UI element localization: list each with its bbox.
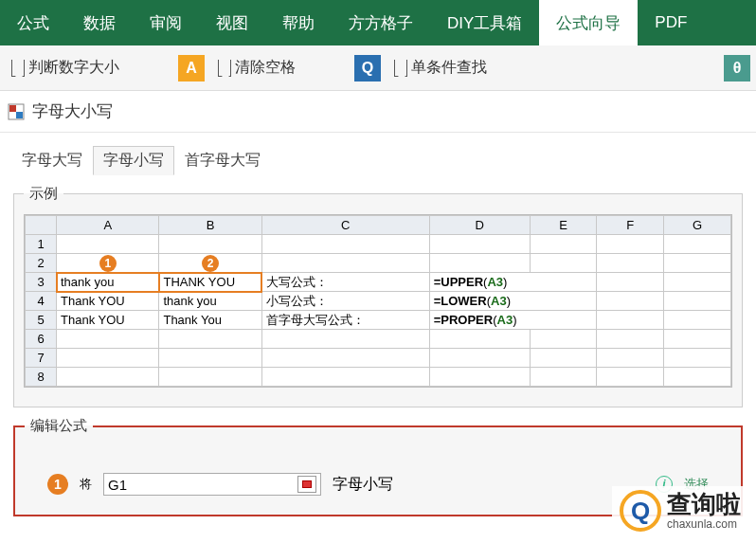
ribbon-tab-pdf[interactable]: PDF [638,0,704,45]
cell-ref-input[interactable] [108,477,294,493]
dialog-header: 字母大小写 [0,91,756,133]
toolbar-a-icon[interactable]: A [178,55,205,81]
cell[interactable]: =LOWER(A3) [429,292,597,311]
watermark-logo-icon: Q [620,490,661,526]
ribbon-tab-view[interactable]: 视图 [199,0,265,45]
col-header[interactable]: B [159,216,261,235]
cell[interactable]: =PROPER(A3) [429,311,597,330]
ribbon-tab-review[interactable]: 审阅 [133,0,199,45]
col-header[interactable]: A [57,216,159,235]
toolbar-single-lookup[interactable]: 单条件查找 [388,58,493,78]
svg-rect-2 [16,112,23,118]
bookmark-icon [218,60,231,77]
badge-1: 1 [99,255,117,272]
row-header[interactable]: 3 [26,273,57,292]
cell[interactable]: thank you [57,273,159,292]
row-header[interactable]: 1 [26,235,57,254]
ribbon-tab-diy[interactable]: DIY工具箱 [430,0,539,45]
watermark-text: 查询啦 [667,491,741,518]
toolbar-clear-spaces[interactable]: 清除空格 [212,58,301,78]
ribbon-tabs: 公式 数据 审阅 视图 帮助 方方格子 DIY工具箱 公式向导 PDF [0,0,756,45]
cell[interactable]: thank you [159,292,261,311]
edit-legend: 编辑公式 [25,417,93,435]
ribbon-tab-formula-wizard[interactable]: 公式向导 [539,0,638,45]
cell[interactable]: 首字母大写公式： [261,311,429,330]
row-header[interactable]: 4 [26,292,57,311]
toolbar: 判断数字大小 A 清除空格 Q 单条件查找 θ [0,45,756,91]
dialog-title: 字母大小写 [32,100,113,122]
toolbar-judge-number[interactable]: 判断数字大小 [6,58,125,78]
bookmark-icon [394,60,407,77]
cell-ref-input-wrap [103,473,321,496]
step-badge-1: 1 [47,474,68,495]
example-legend: 示例 [24,185,63,203]
mode-label: 字母小写 [333,475,393,495]
toolbar-label: 判断数字大小 [28,58,119,78]
select-all-corner[interactable] [26,216,57,235]
col-header[interactable]: F [597,216,664,235]
toolbar-label: 单条件查找 [411,58,487,78]
row-header[interactable]: 5 [26,311,57,330]
cell[interactable]: 大写公式： [261,273,429,292]
bookmark-icon [11,60,25,77]
cell[interactable]: THANK YOU [159,273,261,292]
col-header[interactable]: D [429,216,530,235]
example-fieldset: 示例 A B C D E F G 1 2 1 2 [13,185,743,407]
toolbar-theta-icon[interactable]: θ [724,55,750,81]
ribbon-tab-help[interactable]: 帮助 [265,0,332,45]
row-header[interactable]: 8 [26,368,57,387]
row-header[interactable]: 7 [26,349,57,368]
ribbon-tab-data[interactable]: 数据 [66,0,133,45]
tab-lowercase[interactable]: 字母小写 [93,146,174,175]
tab-uppercase[interactable]: 字母大写 [11,146,93,175]
example-sheet: A B C D E F G 1 2 1 2 3 thank you THANK … [24,214,732,388]
row-header[interactable]: 2 [26,254,57,273]
label-jiang: 将 [80,476,92,493]
cell[interactable]: Thank You [159,311,261,330]
range-picker-button[interactable] [297,476,316,493]
toolbar-label: 清除空格 [235,58,296,78]
dialog-tabs: 字母大写 字母小写 首字母大写 [0,133,756,175]
ribbon-tab-ffgz[interactable]: 方方格子 [332,0,430,45]
col-header[interactable]: G [664,216,731,235]
col-header[interactable]: E [530,216,597,235]
cell[interactable]: 小写公式： [261,292,429,311]
col-header[interactable]: C [261,216,429,235]
watermark: Q 查询啦 chaxunla.com [612,486,748,526]
cell[interactable]: Thank YOU [57,292,159,311]
case-icon [8,103,25,120]
cell[interactable]: Thank YOU [57,311,159,330]
row-header[interactable]: 6 [26,330,57,349]
watermark-url: chaxunla.com [667,518,741,526]
svg-rect-1 [9,105,16,112]
cell[interactable]: =UPPER(A3) [429,273,597,292]
badge-2: 2 [202,255,219,272]
tab-proper[interactable]: 首字母大写 [174,146,271,175]
toolbar-search-icon[interactable]: Q [354,55,381,81]
ribbon-tab-formula[interactable]: 公式 [0,0,66,45]
